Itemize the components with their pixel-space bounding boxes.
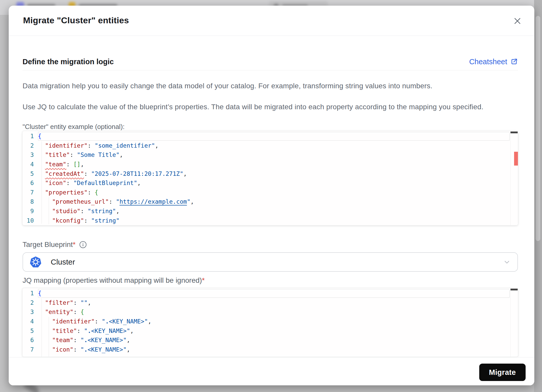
code-text: "prometheus_url": "https://example.com", (38, 198, 510, 205)
code-token: : (80, 208, 88, 214)
code-token (38, 198, 52, 205)
code-line: 2 "filter": "", (23, 298, 510, 308)
line-number: 2 (23, 142, 38, 149)
code-text: { (38, 133, 510, 139)
code-line: 1{ (23, 132, 510, 141)
code-text: "icon": ".<KEY_NAME>", (38, 346, 510, 353)
code-text: "team": [], (38, 161, 510, 168)
dialog-title: Migrate "Cluster" entities (23, 15, 129, 25)
cheatsheet-link[interactable]: Cheatsheet (469, 58, 518, 66)
code-token: "prometheus_url" (52, 198, 109, 205)
code-token: "properties" (45, 189, 88, 196)
indent-guide (41, 141, 42, 224)
code-token: : (88, 142, 95, 149)
dialog-footer: Migrate (9, 357, 534, 385)
section-heading: Define the migration logic (23, 58, 114, 66)
line-number: 8 (23, 198, 38, 205)
migrate-button[interactable]: Migrate (479, 364, 526, 381)
editor-scrollbar-thumb[interactable] (510, 289, 518, 290)
code-token: , (120, 151, 123, 158)
overview-ruler-divider (510, 131, 510, 225)
code-token: , (127, 337, 130, 343)
code-token: , (116, 208, 120, 214)
line-number: 4 (23, 161, 38, 168)
code-token: : (95, 318, 102, 325)
code-token: : (73, 299, 80, 306)
code-token: "identifier" (52, 318, 95, 325)
info-icon[interactable] (79, 241, 87, 248)
code-token: , (190, 198, 194, 205)
code-token: <KEY_NAME>" (91, 328, 130, 334)
line-number: 5 (23, 170, 38, 177)
page-scrollbar-thumb[interactable] (536, 16, 540, 241)
code-token: " (84, 328, 88, 334)
code-token: "entity" (45, 309, 74, 315)
code-token: <KEY_NAME>" (88, 337, 127, 343)
code-token: " (80, 337, 84, 343)
code-token: , (183, 170, 187, 177)
code-token: , (127, 346, 130, 353)
line-number: 10 (23, 217, 38, 224)
line-number: 7 (23, 189, 38, 196)
line-number: 6 (23, 337, 38, 343)
code-token: " (102, 318, 105, 325)
code-token: : (66, 161, 74, 168)
code-token: "filter" (45, 299, 74, 306)
code-token: : (88, 189, 95, 196)
code-token: { (38, 133, 41, 139)
required-asterisk: * (73, 241, 76, 248)
code-token: . (105, 318, 109, 325)
migrate-entities-dialog: Migrate "Cluster" entities Define the mi… (9, 6, 534, 385)
target-blueprint-select[interactable]: Cluster (23, 252, 518, 272)
code-token: , (88, 299, 91, 306)
editor-example-code: 1{2 "identifier": "some_identifier",3 "t… (23, 132, 510, 225)
code-text: "identifier": ".<KEY_NAME>", (38, 318, 510, 325)
editor-scrollbar-thumb[interactable] (510, 132, 518, 133)
code-token: : (73, 309, 80, 315)
code-line: 7 "properties": { (23, 188, 510, 197)
code-text: "identifier": "some_identifier", (38, 142, 510, 149)
code-token: "Some Title" (77, 151, 119, 158)
code-text: "entity": { (38, 309, 510, 315)
header-divider (9, 36, 534, 36)
code-text: "title": "Some Title", (38, 151, 510, 158)
line-number: 4 (23, 318, 38, 325)
target-blueprint-value: Cluster (51, 258, 75, 266)
entity-example-label: "Cluster" entity example (optional): (23, 123, 125, 131)
code-token: , (155, 142, 159, 149)
code-token: " (80, 346, 84, 353)
code-token: https://example.com (120, 198, 187, 205)
description-line-2: Use JQ to calculate the value of the blu… (23, 103, 518, 111)
chevron-down-icon (503, 258, 511, 266)
code-token: , (130, 328, 134, 334)
code-token: { (95, 189, 98, 196)
code-token: , (148, 318, 151, 325)
target-blueprint-label-text: Target Blueprint (23, 241, 73, 248)
code-token (38, 337, 52, 343)
indent-guide (49, 317, 49, 357)
editor-jq-code: 1{2 "filter": "",3 "entity": {4 "identif… (23, 289, 510, 354)
line-number: 3 (23, 151, 38, 158)
code-token: { (38, 290, 41, 297)
code-text: "team": ".<KEY_NAME>", (38, 337, 510, 343)
code-line: 8 "prometheus_url": "https://example.com… (23, 197, 510, 206)
line-number: 6 (23, 180, 38, 186)
line-number: 5 (23, 328, 38, 334)
code-line: 6 "team": ".<KEY_NAME>", (23, 335, 510, 345)
error-marker (514, 152, 518, 166)
code-token: . (88, 328, 91, 334)
description-line-1: Data migration help you to easily change… (23, 82, 518, 90)
code-line: 3 "entity": { (23, 307, 510, 317)
code-line: 4 "identifier": ".<KEY_NAME>", (23, 317, 510, 326)
entity-example-editor[interactable]: 1{2 "identifier": "some_identifier",3 "t… (23, 131, 518, 225)
code-text: { (38, 290, 510, 297)
code-line: 5 "title": ".<KEY_NAME>", (23, 326, 510, 335)
line-number: 3 (23, 309, 38, 315)
code-token: "title" (52, 328, 77, 334)
indent-guide (49, 197, 49, 224)
code-text: "studio": "string", (38, 208, 510, 214)
close-button[interactable] (512, 16, 523, 26)
jq-mapping-editor[interactable]: 1{2 "filter": "",3 "entity": {4 "identif… (23, 288, 518, 357)
code-token: "team" (52, 337, 73, 343)
line-number: 1 (23, 133, 38, 139)
